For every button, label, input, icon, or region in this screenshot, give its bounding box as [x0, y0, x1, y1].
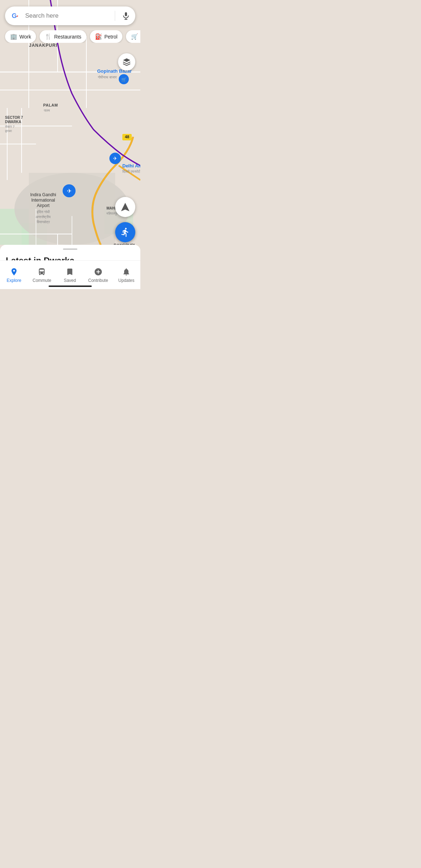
bottom-navigation: Explore Commute Saved Contribute	[0, 260, 140, 289]
nav-item-explore[interactable]: Explore	[0, 265, 28, 285]
filter-chips-row: 🏢 Work 🍴 Restaurants ⛽ Petrol 🛒 Grocerie…	[0, 30, 140, 43]
svg-text:अन्तर्राष्ट्रीय: अन्तर्राष्ट्रीय	[36, 215, 51, 219]
location-button[interactable]	[115, 197, 135, 217]
updates-label: Updates	[118, 278, 135, 283]
sheet-handle[interactable]	[63, 248, 77, 250]
svg-text:द्वारका: द्वारका	[5, 129, 12, 133]
svg-text:गोपीनाथ बाजार: गोपीनाथ बाजार	[98, 75, 117, 79]
svg-text:International: International	[31, 198, 55, 203]
chip-work[interactable]: 🏢 Work	[5, 30, 36, 43]
saved-icon	[65, 267, 74, 276]
svg-text:विमानक्षेत्र: विमानक्षेत्र	[36, 220, 50, 224]
layers-button[interactable]	[118, 53, 135, 71]
nav-item-commute[interactable]: Commute	[28, 265, 56, 285]
svg-text:सेक्टर 7: सेक्टर 7	[5, 125, 15, 129]
updates-icon	[122, 267, 131, 276]
explore-icon	[9, 267, 19, 276]
svg-text:दिल्ली एयरपोर्ट: दिल्ली एयरपोर्ट	[122, 170, 140, 174]
svg-text:✈: ✈	[67, 188, 72, 194]
contribute-icon	[94, 267, 103, 276]
commute-icon	[37, 267, 46, 276]
layers-icon	[122, 58, 131, 66]
google-maps-logo-icon: G	[10, 10, 22, 22]
svg-text:Indira Gandhi: Indira Gandhi	[30, 192, 56, 197]
search-bar[interactable]: G Search here	[5, 6, 135, 25]
svg-text:✈: ✈	[113, 156, 117, 161]
svg-text:पालम: पालम	[44, 109, 50, 112]
mic-icon[interactable]	[122, 12, 130, 20]
saved-label: Saved	[64, 278, 76, 283]
petrol-icon: ⛽	[95, 33, 102, 40]
nav-item-saved[interactable]: Saved	[56, 265, 84, 285]
contribute-label: Contribute	[88, 278, 108, 283]
svg-text:JANAKPURI: JANAKPURI	[29, 43, 57, 48]
restaurants-icon: 🍴	[45, 33, 52, 40]
nav-item-updates[interactable]: Updates	[112, 265, 140, 285]
svg-rect-63	[125, 12, 127, 16]
home-indicator	[49, 285, 92, 287]
svg-text:PALAM: PALAM	[43, 103, 58, 107]
chip-work-label: Work	[19, 34, 31, 40]
svg-text:महिपालपुर: महिपालपुर	[106, 212, 118, 216]
search-divider	[115, 11, 115, 21]
svg-text:इंदिरा गांधी: इंदिरा गांधी	[36, 210, 50, 214]
chip-groceries[interactable]: 🛒 Groceries	[126, 30, 140, 43]
explore-label: Explore	[6, 278, 21, 283]
svg-text:🛒: 🛒	[121, 77, 127, 82]
svg-text:Delhi Airport: Delhi Airport	[122, 163, 140, 168]
groceries-icon: 🛒	[131, 33, 138, 40]
chip-petrol-label: Petrol	[104, 34, 118, 40]
directions-button[interactable]	[115, 222, 135, 242]
chip-restaurants[interactable]: 🍴 Restaurants	[40, 30, 86, 43]
chip-restaurants-label: Restaurants	[54, 34, 81, 40]
chip-petrol[interactable]: ⛽ Petrol	[90, 30, 123, 43]
work-icon: 🏢	[10, 33, 17, 40]
directions-icon	[120, 227, 130, 237]
search-input[interactable]: Search here	[25, 12, 111, 19]
svg-text:DWARKA: DWARKA	[5, 120, 21, 124]
svg-text:48: 48	[125, 135, 129, 139]
svg-text:Airport: Airport	[37, 203, 50, 208]
commute-label: Commute	[32, 278, 51, 283]
svg-text:G: G	[12, 12, 17, 19]
navigation-icon	[120, 202, 130, 212]
svg-text:SECTOR 7: SECTOR 7	[5, 116, 23, 120]
nav-item-contribute[interactable]: Contribute	[84, 265, 112, 285]
